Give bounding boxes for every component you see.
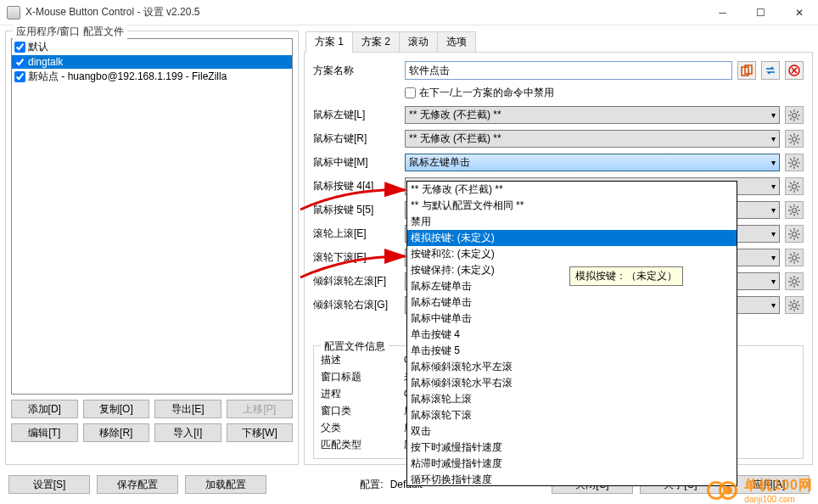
- svg-line-10: [797, 111, 798, 113]
- watermark: 单机100网 danji100.com: [707, 477, 813, 504]
- svg-point-48: [793, 232, 797, 236]
- dropdown-item[interactable]: 单击按键 5: [407, 343, 737, 359]
- dropdown-item[interactable]: 双击: [407, 423, 737, 440]
- profile-item[interactable]: dingtalk: [12, 55, 292, 69]
- plan-name-input[interactable]: [405, 61, 732, 80]
- profile-label: 默认: [28, 40, 48, 54]
- svg-line-63: [797, 260, 798, 262]
- profile-label: 新站点 - huangbo@192.168.1.199 - FileZilla: [28, 70, 227, 84]
- svg-line-56: [790, 237, 792, 238]
- button-加载配置[interactable]: 加载配置: [185, 475, 266, 494]
- tab-pane: 方案名称 在下一/上一方案的命令中禁用 鼠标左键[L] ** 无修改 (不拦截)…: [304, 52, 813, 465]
- svg-line-18: [797, 142, 798, 143]
- svg-point-39: [793, 208, 797, 212]
- dropdown-item[interactable]: 单击按键 4: [407, 327, 737, 343]
- svg-line-9: [797, 118, 798, 120]
- info-label: 父类: [321, 421, 399, 435]
- info-label: 匹配类型: [321, 438, 399, 452]
- minimize-button[interactable]: ─: [703, 0, 742, 25]
- profile-item[interactable]: 新站点 - huangbo@192.168.1.199 - FileZilla: [12, 69, 292, 85]
- dropdown-item[interactable]: 鼠标中键单击: [407, 311, 737, 327]
- delete-button[interactable]: [785, 61, 804, 80]
- combo-2[interactable]: 鼠标左键单击: [405, 154, 780, 171]
- dropdown-item[interactable]: ** 无修改 (不拦截) **: [407, 182, 737, 198]
- svg-line-47: [790, 213, 792, 215]
- combo-value: ** 无修改 (不拦截) **: [409, 108, 501, 122]
- tab-滚动[interactable]: 滚动: [399, 31, 438, 53]
- profile-checkbox[interactable]: [14, 57, 25, 68]
- svg-line-11: [790, 118, 792, 120]
- tab-选项[interactable]: 选项: [437, 31, 476, 53]
- middle-button-dropdown[interactable]: ** 无修改 (不拦截) **** 与默认配置文件相同 **禁用模拟按键: (未…: [406, 181, 737, 486]
- dropdown-item[interactable]: 按下时减慢指针速度: [407, 440, 737, 456]
- gear-button[interactable]: [785, 130, 804, 148]
- gear-button[interactable]: [785, 201, 804, 219]
- tab-方案 2[interactable]: 方案 2: [352, 31, 400, 53]
- dropdown-item[interactable]: 鼠标倾斜滚轮水平左滚: [407, 359, 737, 375]
- plan-name-label: 方案名称: [313, 64, 400, 78]
- info-label: 窗口类: [321, 404, 399, 418]
- button-添加[D][interactable]: 添加[D]: [11, 400, 78, 418]
- svg-line-19: [797, 135, 798, 137]
- copy-layers-button[interactable]: [737, 61, 756, 80]
- svg-line-73: [797, 277, 798, 279]
- button-导出[E][interactable]: 导出[E]: [154, 400, 221, 418]
- profile-list[interactable]: 默认dingtalk新站点 - huangbo@192.168.1.199 - …: [11, 38, 293, 395]
- svg-line-64: [797, 254, 798, 255]
- profiles-legend: 应用程序/窗口 配置文件: [13, 25, 127, 39]
- dropdown-item[interactable]: 循环切换指针速度: [407, 472, 737, 486]
- dropdown-item[interactable]: 鼠标倾斜滚轮水平右滚: [407, 375, 737, 391]
- dropdown-item[interactable]: 鼠标滚轮上滚: [407, 391, 737, 407]
- gear-button[interactable]: [785, 177, 804, 195]
- tab-方案 1[interactable]: 方案 1: [305, 31, 353, 53]
- svg-line-29: [790, 165, 792, 167]
- combo-1[interactable]: ** 无修改 (不拦截) **: [405, 130, 780, 148]
- info-label: 描述: [321, 353, 399, 367]
- profile-checkbox[interactable]: [14, 42, 25, 53]
- svg-point-3: [793, 113, 797, 117]
- button-移除[R][interactable]: 移除[R]: [83, 423, 150, 442]
- row-label: 滚轮上滚[E]: [313, 227, 400, 241]
- gear-button[interactable]: [785, 106, 804, 124]
- maximize-button[interactable]: ☐: [742, 0, 780, 25]
- annotation-arrow-2: [296, 248, 415, 282]
- config-label: 配置:: [360, 478, 383, 492]
- swap-button[interactable]: [761, 61, 780, 80]
- button-下移[W][interactable]: 下移[W]: [227, 423, 294, 442]
- button-上移[P]: 上移[P]: [227, 400, 294, 418]
- dropdown-item[interactable]: 模拟按键: (未定义): [407, 230, 737, 246]
- close-button[interactable]: ✕: [780, 0, 818, 25]
- gear-button[interactable]: [785, 296, 804, 314]
- dropdown-item[interactable]: 粘滞时减慢指针速度: [407, 456, 737, 472]
- button-编辑[T][interactable]: 编辑[T]: [11, 423, 78, 442]
- dropdown-item[interactable]: 禁用: [407, 214, 737, 230]
- gear-button[interactable]: [785, 272, 804, 290]
- app-icon: [7, 6, 20, 20]
- dropdown-item[interactable]: 鼠标滚轮下滚: [407, 407, 737, 423]
- row-label: 鼠标右键[R]: [313, 132, 400, 146]
- svg-line-65: [790, 260, 792, 262]
- svg-point-21: [793, 160, 797, 165]
- button-复制[O][interactable]: 复制[O]: [83, 400, 150, 418]
- gear-button[interactable]: [785, 154, 804, 171]
- button-设置[S][interactable]: 设置[S]: [8, 475, 90, 494]
- dropdown-item[interactable]: ** 与默认配置文件相同 **: [407, 198, 737, 214]
- svg-line-20: [790, 142, 792, 143]
- button-保存配置[interactable]: 保存配置: [97, 475, 178, 494]
- profile-item[interactable]: 默认: [12, 39, 292, 55]
- row-label: 倾斜滚轮右滚[G]: [313, 298, 400, 312]
- svg-line-74: [790, 284, 792, 286]
- gear-button[interactable]: [785, 225, 804, 243]
- dropdown-item[interactable]: 按键和弦: (未定义): [407, 246, 737, 262]
- disable-in-prev-next-checkbox[interactable]: [405, 87, 416, 98]
- dropdown-item[interactable]: 鼠标右键单击: [407, 294, 737, 311]
- svg-line-44: [790, 206, 792, 208]
- svg-line-38: [790, 189, 792, 191]
- profile-checkbox[interactable]: [14, 71, 25, 82]
- svg-line-71: [790, 277, 792, 279]
- gear-button[interactable]: [785, 249, 804, 266]
- button-导入[I][interactable]: 导入[I]: [154, 423, 221, 442]
- combo-0[interactable]: ** 无修改 (不拦截) **: [405, 106, 780, 124]
- svg-line-55: [797, 230, 798, 232]
- svg-line-28: [797, 159, 798, 160]
